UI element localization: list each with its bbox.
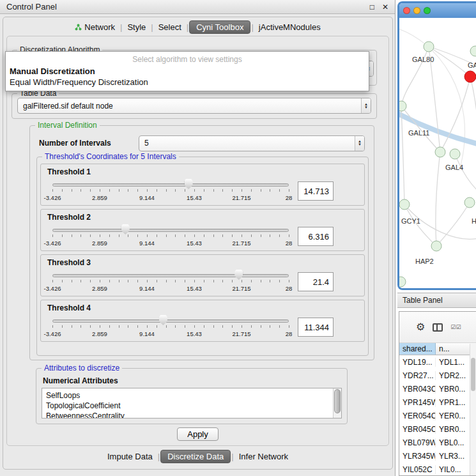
network-node[interactable]	[399, 101, 406, 111]
tab-discretize-data[interactable]: Discretize Data	[160, 450, 231, 463]
slider-thumb[interactable]	[185, 179, 193, 189]
attribute-item[interactable]: TopologicalCoefficient	[46, 401, 341, 411]
table-scrollbar-thumb[interactable]	[471, 358, 475, 391]
tab-network[interactable]: Network	[70, 21, 119, 33]
cell-shared-name: YBR043C	[399, 385, 436, 394]
tab-jactivemnodules[interactable]: jActiveMNodules	[254, 21, 325, 33]
network-node[interactable]	[399, 277, 406, 287]
table-panel-titlebar[interactable]: Table Panel	[397, 293, 476, 308]
slider-track[interactable]	[52, 183, 289, 187]
network-node[interactable]	[464, 197, 475, 208]
table-row[interactable]: YBR043CYBR0...	[399, 382, 476, 395]
network-node[interactable]	[431, 241, 441, 251]
threshold-value-field[interactable]: 14.713	[298, 181, 334, 201]
attributes-list[interactable]: SelfLoopsTopologicalCoefficientBetweenne…	[42, 388, 342, 418]
table-row[interactable]: YBL079WYBL0...	[399, 436, 476, 449]
minimize-button[interactable]	[413, 7, 420, 14]
slider-track[interactable]	[52, 229, 289, 232]
control-panel-window: Control Panel □ ✕ Network|Style|Select|C…	[0, 0, 395, 476]
network-canvas[interactable]: GAL80GAGAL11GAL4GCY1HHAP2	[399, 18, 476, 290]
threshold-row: -3.4262.8599.14415.4321.7152811.344	[47, 314, 364, 340]
table-row[interactable]: YDL19...YDL1...	[399, 355, 476, 369]
table-row[interactable]: YLR345WYLR3...	[399, 449, 476, 463]
dropdown-option[interactable]: Manual Discretization	[6, 66, 369, 77]
cell-shared-name: YER054C	[399, 411, 436, 420]
close-window-icon[interactable]: ✕	[382, 3, 388, 12]
table-row[interactable]: YIL052CYIL0...	[399, 463, 476, 476]
numerical-attributes-label: Numerical Attributes	[43, 376, 118, 385]
scale-label: 15.43	[187, 285, 202, 292]
interval-definition-group-title: Interval Definition	[35, 121, 100, 130]
thresholds-group-title: Threshold's Coordinates for 5 Intervals	[42, 152, 179, 161]
columns-icon[interactable]	[433, 323, 443, 332]
network-node[interactable]	[424, 42, 434, 52]
threshold-value-field[interactable]: 11.344	[298, 318, 334, 337]
tab-label: Cyni Toolbox	[196, 22, 243, 32]
control-panel-titlebar[interactable]: Control Panel □ ✕	[0, 0, 395, 14]
checkbox-icons[interactable]: ☑☑	[450, 324, 461, 330]
tab-label: jActiveMNodules	[259, 22, 321, 32]
slider-scale: -3.4262.8599.14415.4321.71528	[52, 330, 289, 338]
table-data-select[interactable]: galFiltered.sif default node ▲▼	[17, 98, 371, 114]
network-node[interactable]	[470, 46, 476, 56]
threshold-slider[interactable]: -3.4262.8599.14415.4321.71528	[52, 224, 289, 249]
tab-impute-data[interactable]: Impute Data	[103, 450, 157, 463]
tab-label: Style	[127, 22, 146, 32]
zoom-button[interactable]	[424, 7, 431, 14]
threshold-slider[interactable]: -3.4262.8599.14415.4321.71528	[52, 314, 289, 340]
node-label: HAP2	[415, 257, 434, 265]
gear-icon[interactable]: ⚙	[416, 322, 425, 332]
tab-label: Infer Network	[239, 452, 288, 461]
slider-scale: -3.4262.8599.14415.4321.71528	[52, 285, 289, 293]
num-intervals-select[interactable]: 5 ▲▼	[139, 135, 365, 151]
network-icon	[75, 24, 82, 31]
scale-label: 9.144	[139, 285, 155, 292]
table-scrollbar[interactable]	[470, 344, 476, 475]
dropdown-option[interactable]: Equal Width/Frequency Discretization	[6, 77, 369, 88]
threshold-label: Threshold 1	[47, 167, 91, 176]
tab-select[interactable]: Select	[154, 21, 186, 33]
tab-separator: |	[251, 22, 253, 32]
top-tab-bar: Network|Style|Select|Cyni Toolbox|jActiv…	[0, 20, 395, 34]
threshold-slider[interactable]: -3.4262.8599.14415.4321.71528	[52, 178, 289, 204]
attribute-item[interactable]: SelfLoops	[46, 390, 341, 401]
table-row[interactable]: YDR27...YDR2...	[399, 369, 476, 382]
list-scrollbar[interactable]	[333, 388, 341, 418]
cell-shared-name: YLR345W	[399, 452, 436, 461]
cell-shared-name: YBL079W	[399, 438, 436, 447]
float-window-icon[interactable]: □	[370, 3, 374, 12]
tab-infer-network[interactable]: Infer Network	[234, 450, 293, 463]
table-row[interactable]: YER054CYER0...	[399, 409, 476, 422]
network-node[interactable]	[435, 147, 445, 157]
network-node[interactable]	[399, 199, 410, 210]
table-panel-window: ⚙ ☑☑ shared...n... YDL19...YDL1...YDR27.…	[399, 311, 476, 476]
scale-label: 21.715	[232, 330, 250, 337]
table-row[interactable]: YPR145WYPR1...	[399, 395, 476, 409]
close-button[interactable]	[403, 7, 410, 14]
apply-button[interactable]: Apply	[177, 427, 219, 441]
tab-label: Select	[158, 22, 181, 32]
threshold-label: Threshold 2	[47, 213, 91, 222]
algorithm-dropdown-popup: Select algorithm to view settings Manual…	[5, 51, 369, 91]
dropdown-placeholder: Select algorithm to view settings	[6, 52, 369, 66]
network-node[interactable]	[450, 149, 460, 159]
column-header-shared-name[interactable]: shared...	[399, 343, 436, 355]
threshold-label: Threshold 3	[47, 258, 91, 267]
selected-network-node[interactable]	[464, 71, 476, 82]
scale-label: 21.715	[232, 285, 250, 292]
slider-track[interactable]	[52, 319, 289, 323]
threshold-value-field[interactable]: 6.316	[298, 227, 334, 246]
slider-track[interactable]	[52, 274, 289, 277]
stepper-icon: ▲▼	[361, 98, 371, 113]
network-window-titlebar[interactable]	[399, 3, 476, 18]
threshold-value-field[interactable]: 21.4	[298, 272, 334, 291]
slider-thumb[interactable]	[121, 224, 130, 234]
slider-thumb[interactable]	[234, 270, 243, 280]
tab-cyni-toolbox[interactable]: Cyni Toolbox	[189, 20, 250, 34]
slider-thumb[interactable]	[159, 315, 167, 325]
list-scrollbar-thumb[interactable]	[334, 389, 341, 413]
attribute-item[interactable]: BetweennessCentrality	[46, 411, 341, 418]
tab-style[interactable]: Style	[123, 21, 150, 33]
threshold-slider[interactable]: -3.4262.8599.14415.4321.71528	[52, 269, 289, 295]
table-row[interactable]: YBR045CYBR0...	[399, 422, 476, 436]
